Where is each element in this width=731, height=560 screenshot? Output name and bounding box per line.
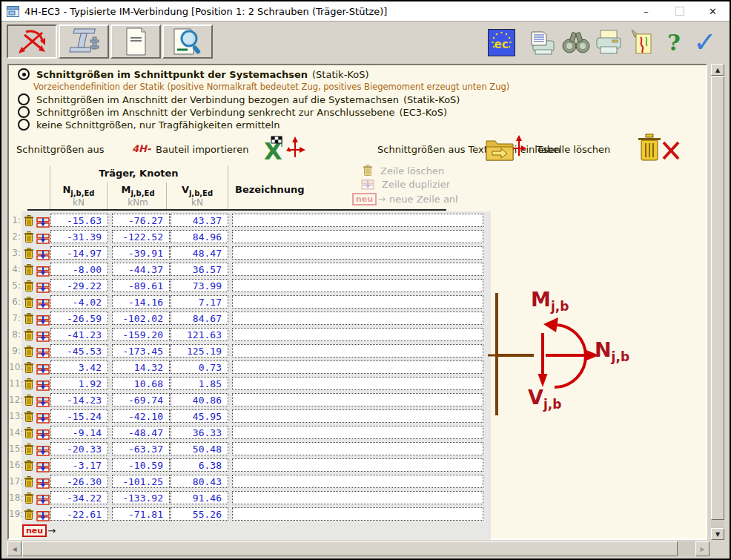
m-input[interactable]	[112, 426, 170, 439]
radio-icon[interactable]	[18, 106, 30, 118]
m-input[interactable]	[112, 442, 170, 455]
n-input[interactable]	[50, 442, 108, 455]
v-input[interactable]	[171, 409, 228, 423]
bezeichnung-input[interactable]	[232, 442, 483, 455]
print-document-button[interactable]	[529, 28, 557, 56]
n-input[interactable]	[50, 409, 108, 423]
m-input[interactable]	[112, 214, 170, 227]
bezeichnung-input[interactable]	[232, 279, 483, 292]
m-input[interactable]	[112, 246, 170, 260]
vertical-scrollbar[interactable]: ▲ ▼	[711, 64, 724, 540]
m-input[interactable]	[112, 230, 170, 243]
m-input[interactable]	[112, 312, 170, 325]
m-input[interactable]	[112, 475, 170, 488]
delete-row-icon[interactable]	[24, 378, 34, 393]
n-input[interactable]	[50, 344, 108, 358]
n-input[interactable]	[50, 295, 108, 309]
v-input[interactable]	[171, 393, 228, 406]
scroll-left-button[interactable]: ◀	[7, 541, 22, 556]
delete-row-icon[interactable]	[24, 395, 34, 409]
v-input[interactable]	[171, 344, 228, 358]
v-input[interactable]	[171, 442, 228, 455]
v-input[interactable]	[171, 507, 228, 521]
m-input[interactable]	[112, 491, 170, 504]
delete-row-icon[interactable]	[24, 493, 34, 507]
v-input[interactable]	[171, 475, 228, 488]
delete-row-icon[interactable]	[24, 329, 34, 344]
bezeichnung-input[interactable]	[232, 344, 483, 358]
radio-icon[interactable]	[18, 119, 30, 131]
m-input[interactable]	[112, 263, 170, 276]
m-input[interactable]	[112, 507, 170, 521]
v-input[interactable]	[171, 360, 228, 374]
bezeichnung-input[interactable]	[232, 295, 483, 309]
bezeichnung-input[interactable]	[232, 475, 483, 488]
delete-row-icon[interactable]	[24, 313, 34, 328]
bezeichnung-input[interactable]	[232, 426, 483, 439]
delete-row-icon[interactable]	[24, 460, 34, 475]
help-button[interactable]: ?	[660, 28, 688, 56]
m-input[interactable]	[112, 279, 170, 292]
option-keine-schnittgroessen[interactable]: keine Schnittgrößen, nur Tragfähigkeiten…	[18, 119, 280, 131]
close-button[interactable]: ✕	[696, 1, 730, 21]
delete-row-icon[interactable]	[24, 427, 34, 442]
delete-row-icon[interactable]	[24, 362, 34, 377]
n-input[interactable]	[50, 507, 108, 521]
m-input[interactable]	[112, 377, 170, 390]
horizontal-scrollbar[interactable]: ◀ ▶	[7, 541, 710, 556]
radio-selected-icon[interactable]	[18, 68, 30, 80]
n-input[interactable]	[50, 312, 108, 325]
delete-row-icon[interactable]	[24, 297, 34, 312]
bezeichnung-input[interactable]	[232, 312, 483, 325]
bezeichnung-input[interactable]	[232, 393, 483, 406]
n-input[interactable]	[50, 458, 108, 472]
delete-row-icon[interactable]	[24, 444, 34, 458]
radio-icon[interactable]	[18, 93, 30, 105]
minimize-button[interactable]: –	[629, 1, 663, 21]
n-input[interactable]	[50, 426, 108, 439]
n-input[interactable]	[50, 246, 108, 260]
n-input[interactable]	[50, 475, 108, 488]
delete-row-icon[interactable]	[24, 509, 34, 524]
bezeichnung-input[interactable]	[232, 263, 483, 276]
tab-document[interactable]	[110, 24, 161, 59]
import-textfile-icon[interactable]	[485, 135, 526, 163]
print-button[interactable]	[595, 28, 623, 56]
v-input[interactable]	[171, 230, 228, 243]
n-input[interactable]	[50, 230, 108, 243]
bezeichnung-input[interactable]	[232, 360, 483, 374]
v-input[interactable]	[171, 214, 228, 227]
scroll-down-button[interactable]: ▼	[711, 528, 724, 540]
bezeichnung-input[interactable]	[232, 409, 483, 423]
import-bauteil-icon[interactable]: X	[262, 135, 305, 163]
m-input[interactable]	[112, 360, 170, 374]
n-input[interactable]	[50, 263, 108, 276]
vertical-scroll-thumb[interactable]	[711, 76, 724, 520]
v-input[interactable]	[171, 263, 228, 276]
bezeichnung-input[interactable]	[232, 246, 483, 260]
tab-print-preview[interactable]	[162, 24, 213, 59]
tab-construction[interactable]	[59, 24, 109, 59]
delete-row-icon[interactable]	[24, 231, 34, 246]
v-input[interactable]	[171, 312, 228, 325]
n-input[interactable]	[50, 491, 108, 504]
v-input[interactable]	[171, 246, 228, 260]
v-input[interactable]	[171, 295, 228, 309]
confirm-button[interactable]: ✓	[691, 28, 719, 56]
v-input[interactable]	[171, 458, 228, 472]
delete-row-icon[interactable]	[24, 264, 34, 279]
m-input[interactable]	[112, 409, 170, 423]
m-input[interactable]	[112, 458, 170, 472]
clear-table-icon[interactable]	[635, 134, 681, 163]
delete-row-icon[interactable]	[24, 411, 34, 426]
bezeichnung-input[interactable]	[232, 458, 483, 472]
v-input[interactable]	[171, 279, 228, 292]
option-schnittpunkt[interactable]: Schnittgrößen im Schnittpunkt der System…	[18, 68, 369, 80]
m-input[interactable]	[112, 328, 170, 341]
delete-row-icon[interactable]	[24, 476, 34, 491]
bezeichnung-input[interactable]	[232, 507, 483, 521]
v-input[interactable]	[171, 426, 228, 439]
m-input[interactable]	[112, 393, 170, 406]
append-row-button[interactable]: neu →	[22, 524, 56, 537]
m-input[interactable]	[112, 344, 170, 358]
